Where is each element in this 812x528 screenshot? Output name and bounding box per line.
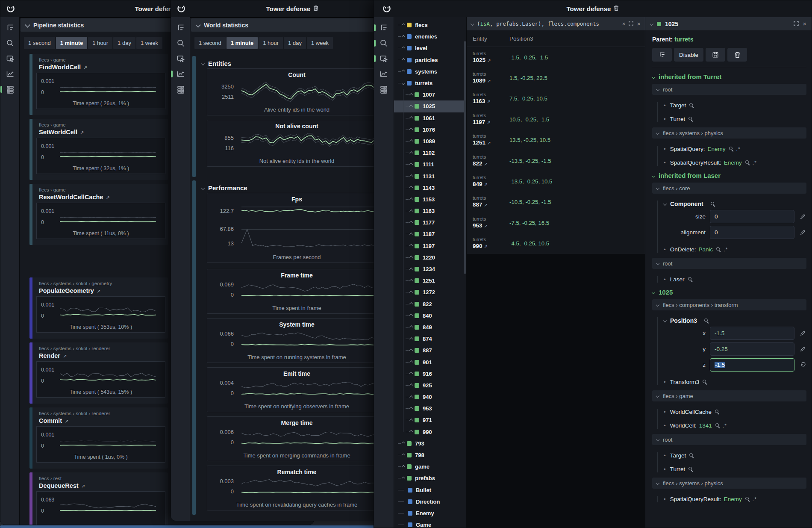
collapse-chevron-icon[interactable] <box>471 22 474 25</box>
open-link-icon[interactable]: ↗ <box>65 419 68 424</box>
tree-item-enemies[interactable]: enemies <box>394 31 466 42</box>
chevron-right-icon[interactable] <box>409 407 413 410</box>
tree-item-Game[interactable]: Game <box>394 519 466 528</box>
open-link-icon[interactable]: ↗ <box>484 161 488 166</box>
tree-item-Direction[interactable]: Direction <box>394 496 466 507</box>
tree-item-1111[interactable]: 1111 <box>394 159 466 170</box>
query-result-row[interactable]: turrets1251↗13.5, -0.25, 10.5 <box>467 130 645 150</box>
open-link-icon[interactable]: ↗ <box>487 120 491 125</box>
entity-id[interactable]: 1025↗ <box>473 56 509 64</box>
tree-item-prefabs[interactable]: prefabs <box>394 472 466 484</box>
chevron-right-icon[interactable] <box>409 256 413 259</box>
tree-view-button[interactable] <box>652 48 672 62</box>
tree-item-Bullet[interactable]: Bullet <box>394 484 466 496</box>
chevron-right-icon[interactable] <box>409 314 413 317</box>
tree-item-game[interactable]: game <box>394 461 466 472</box>
tree-item-particles[interactable]: particles <box>394 54 466 66</box>
chevron-right-icon[interactable] <box>409 198 413 201</box>
sidebar-inspector-icon[interactable] <box>171 51 190 66</box>
path-bar[interactable]: root <box>652 84 806 95</box>
chevron-right-icon[interactable] <box>402 58 405 62</box>
open-link-icon[interactable]: ↗ <box>487 78 491 83</box>
tree-item-1143[interactable]: 1143 <box>394 182 466 194</box>
tree-item-971[interactable]: 971 <box>394 414 466 426</box>
tab-1-second[interactable]: 1 second <box>24 37 55 49</box>
field-input-size[interactable]: 0 <box>710 210 794 223</box>
tree-item-798[interactable]: 798 <box>394 449 466 461</box>
chevron-right-icon[interactable] <box>402 453 405 457</box>
chevron-right-icon[interactable] <box>409 105 413 108</box>
chevron-down-icon[interactable] <box>652 75 655 78</box>
open-link-icon[interactable]: ↗ <box>80 130 84 136</box>
sidebar-entity-tree-icon[interactable] <box>374 20 393 35</box>
edit-pencil-icon[interactable] <box>799 330 806 336</box>
chevron-right-icon[interactable] <box>409 244 413 248</box>
search-small-icon[interactable] <box>729 147 734 151</box>
sidebar-query-search-icon[interactable] <box>171 35 190 51</box>
search-small-icon[interactable] <box>745 160 750 165</box>
field-input-z[interactable]: -1.5 <box>710 358 794 372</box>
entity-id[interactable]: 1163↗ <box>473 97 509 105</box>
open-link-icon[interactable]: ↗ <box>63 354 67 359</box>
tree-item-925[interactable]: 925 <box>394 380 466 391</box>
search-small-icon[interactable] <box>688 467 693 472</box>
path-bar[interactable]: flecs › core <box>652 183 806 194</box>
chevron-right-icon[interactable] <box>409 267 413 271</box>
search-small-icon[interactable] <box>703 380 707 384</box>
open-link-icon[interactable]: ↗ <box>487 140 491 145</box>
chevron-right-icon[interactable] <box>409 209 413 212</box>
chevron-right-icon[interactable] <box>409 395 413 398</box>
tree-scrollbar[interactable] <box>464 41 466 274</box>
query-close-icon[interactable]: × <box>637 20 641 27</box>
chevron-down-icon[interactable] <box>663 319 667 322</box>
tree-item-1187[interactable]: 1187 <box>394 228 466 240</box>
sidebar-query-search-icon[interactable] <box>0 35 20 51</box>
pair-target[interactable]: Enemy <box>724 159 742 166</box>
tree-item-916[interactable]: 916 <box>394 368 466 380</box>
search-small-icon[interactable] <box>704 319 709 323</box>
chevron-down-icon[interactable] <box>656 303 659 307</box>
path-bar[interactable]: root <box>652 434 806 445</box>
section-header[interactable]: Entities <box>192 56 387 67</box>
chevron-right-icon[interactable] <box>409 233 413 236</box>
tab-1-week[interactable]: 1 week <box>136 37 162 49</box>
chevron-right-icon[interactable] <box>409 383 413 387</box>
chevron-down-icon[interactable] <box>656 131 659 135</box>
chevron-right-icon[interactable] <box>409 139 413 143</box>
tree-item-turrets[interactable]: turrets <box>394 77 466 89</box>
query-expression[interactable]: (IsA, prefabs.Laser), flecs.components <box>477 21 619 27</box>
entity-id[interactable]: 953↗ <box>473 222 509 230</box>
inherit-section-header[interactable]: inherited from Turret <box>652 73 806 80</box>
chevron-right-icon[interactable] <box>402 35 405 38</box>
sidebar-pipeline-table-icon[interactable] <box>0 82 20 97</box>
tree-item-953[interactable]: 953 <box>394 403 466 414</box>
inspector-expand-icon[interactable] <box>794 20 799 28</box>
field-input-alignment[interactable]: 0 <box>710 226 794 239</box>
open-link-icon[interactable]: ↗ <box>81 484 85 489</box>
chevron-right-icon[interactable] <box>409 128 413 131</box>
search-small-icon[interactable] <box>689 453 694 458</box>
entity-id[interactable]: 849↗ <box>473 180 509 188</box>
sidebar-pipeline-table-icon[interactable] <box>171 82 190 97</box>
open-link-icon[interactable]: ↗ <box>97 289 100 294</box>
chevron-right-icon[interactable] <box>409 372 413 375</box>
edit-pencil-icon[interactable] <box>799 230 806 235</box>
field-input-y[interactable]: -0.25 <box>710 342 794 356</box>
sidebar-entity-tree-icon[interactable] <box>0 20 20 35</box>
chevron-right-icon[interactable] <box>409 163 413 166</box>
search-small-icon[interactable] <box>745 497 750 501</box>
chevron-right-icon[interactable] <box>409 93 413 96</box>
tree-item-1089[interactable]: 1089 <box>394 136 466 147</box>
tree-item-1234[interactable]: 1234 <box>394 263 466 275</box>
search-small-icon[interactable] <box>689 103 694 108</box>
tree-item-1061[interactable]: 1061 <box>394 112 466 124</box>
sidebar-query-search-icon[interactable] <box>374 35 393 51</box>
chevron-down-icon[interactable] <box>652 174 655 177</box>
tree-item-1177[interactable]: 1177 <box>394 217 466 228</box>
open-link-icon[interactable]: ↗ <box>83 65 87 71</box>
chevron-right-icon[interactable] <box>409 360 413 364</box>
chevron-right-icon[interactable] <box>409 174 413 178</box>
undo-icon[interactable] <box>799 362 806 368</box>
tree-item-887[interactable]: 887 <box>394 345 466 356</box>
tree-item-1197[interactable]: 1197 <box>394 240 466 252</box>
